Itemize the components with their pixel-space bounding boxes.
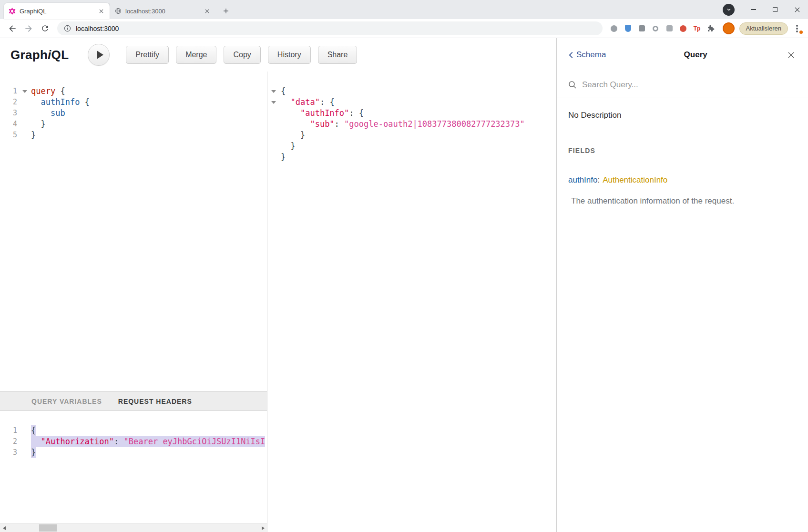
variables-titlebar: QUERY VARIABLESREQUEST HEADERS — [0, 391, 267, 411]
url-text: localhost:3000 — [76, 25, 119, 32]
code-line: "authInfo": { — [268, 108, 556, 119]
docs-content: No Description FIELDS authInfo:Authentic… — [557, 98, 808, 218]
puzzle-icon[interactable] — [704, 21, 718, 35]
window-controls — [723, 0, 808, 19]
scroll-left-icon[interactable] — [0, 524, 8, 532]
code-line: 3 sub — [0, 108, 267, 119]
type-description: No Description — [568, 111, 797, 120]
tab-close-icon[interactable] — [97, 7, 105, 15]
tab-query-variables[interactable]: QUERY VARIABLES — [31, 398, 102, 405]
browser-window: GraphiQL localhost:3000 — [0, 0, 808, 532]
docs-search-input[interactable] — [582, 80, 797, 90]
execute-button[interactable] — [88, 44, 110, 66]
graphiql-topbar: GraphiQL PrettifyMergeCopyHistoryShare — [0, 38, 556, 72]
graphiql-app: GraphiQL PrettifyMergeCopyHistoryShare 1… — [0, 38, 808, 532]
toolbar-button-merge[interactable]: Merge — [176, 46, 216, 64]
query-editor[interactable]: 1query {2 authInfo {3 sub4 }5} — [0, 72, 267, 391]
code-line: "sub": "google-oauth2|108377380082777232… — [268, 119, 556, 130]
code-line: 2 authInfo { — [0, 97, 267, 108]
toolbar-button-share[interactable]: Share — [318, 46, 358, 64]
close-icon — [788, 51, 795, 59]
docs-search — [557, 72, 808, 98]
browser-tabstrip: GraphiQL localhost:3000 — [0, 0, 808, 19]
result-viewer: { "data": { "authInfo": { "sub": "google… — [268, 72, 556, 532]
code-line: 5} — [0, 130, 267, 141]
update-button[interactable]: Aktualisieren — [739, 22, 788, 35]
result-pane[interactable]: { "data": { "authInfo": { "sub": "google… — [268, 72, 556, 532]
query-pane: 1query {2 authInfo {3 sub4 }5} QUERY VAR… — [0, 72, 267, 532]
line-number: 2 — [0, 436, 21, 447]
horizontal-scrollbar[interactable] — [0, 523, 267, 532]
ring-icon[interactable] — [649, 21, 663, 35]
toolbar-button-history[interactable]: History — [268, 46, 311, 64]
graphiql-toolbar-buttons: PrettifyMergeCopyHistoryShare — [126, 46, 357, 64]
graphiql-logo: GraphiQL — [10, 48, 69, 62]
reload-button[interactable] — [37, 21, 52, 36]
address-bar[interactable]: localhost:3000 — [57, 21, 603, 35]
code-line: "data": { — [268, 97, 556, 108]
reload-icon — [41, 24, 50, 33]
code-line: } — [268, 152, 556, 163]
line-number: 3 — [0, 108, 21, 119]
scroll-right-icon[interactable] — [259, 524, 267, 532]
fold-caret-icon[interactable] — [22, 90, 27, 93]
toolbar-button-copy[interactable]: Copy — [224, 46, 260, 64]
line-number: 3 — [0, 447, 21, 458]
tab-title: GraphiQL — [20, 8, 93, 15]
graphiql-workspace: 1query {2 authInfo {3 sub4 }5} QUERY VAR… — [0, 72, 556, 532]
code-line: { — [268, 86, 556, 97]
tab-localhost[interactable]: localhost:3000 — [110, 3, 215, 19]
tampermonkey-icon[interactable]: Tp — [690, 21, 704, 35]
forward-button[interactable] — [21, 21, 36, 36]
badge-icon[interactable] — [607, 21, 621, 35]
request-headers-editor[interactable]: 1{2 "Authorization": "Bearer eyJhbGciOiJ… — [0, 411, 267, 523]
code-line: } — [268, 130, 556, 141]
tab-close-icon[interactable] — [203, 7, 211, 15]
line-number: 5 — [0, 130, 21, 141]
type-name-link[interactable]: AuthenticationInfo — [603, 175, 667, 184]
fold-caret-icon[interactable] — [271, 101, 276, 104]
play-icon — [97, 51, 103, 59]
shield-icon[interactable] — [621, 21, 635, 35]
toolbar-button-prettify[interactable]: Prettify — [126, 46, 169, 64]
fields-section-header: FIELDS — [568, 147, 797, 154]
field-description: The authentication information of the re… — [568, 196, 797, 206]
back-arrow-icon — [8, 24, 17, 33]
new-tab-button[interactable] — [219, 4, 233, 18]
code-line: } — [268, 141, 556, 152]
update-notification-dot — [799, 31, 803, 34]
maximize-button[interactable] — [764, 0, 786, 19]
kebab-menu-icon — [796, 28, 798, 30]
docs-title: Query — [606, 50, 785, 60]
docs-back-link[interactable]: Schema — [568, 50, 606, 60]
code-line: 2 "Authorization": "Bearer eyJhbGciOiJSU… — [0, 436, 267, 447]
search-icon — [568, 81, 577, 89]
scrollbar-thumb[interactable] — [39, 524, 57, 532]
field-name-link[interactable]: authInfo — [568, 175, 597, 184]
tab-request-headers[interactable]: REQUEST HEADERS — [118, 398, 192, 405]
browser-toolbar: localhost:3000 Tp Aktualisieren — [0, 19, 808, 38]
code-line: 4 } — [0, 119, 267, 130]
tab-title: localhost:3000 — [125, 8, 199, 15]
docs-header: Schema Query — [557, 38, 808, 72]
code-line: 3} — [0, 447, 267, 458]
back-button[interactable] — [5, 21, 20, 36]
close-window-button[interactable] — [786, 0, 808, 19]
tab-search-button[interactable] — [723, 4, 735, 16]
code-line: 1{ — [0, 425, 267, 436]
fold-caret-icon[interactable] — [271, 90, 276, 93]
docs-close-button[interactable] — [785, 49, 797, 61]
close-icon — [795, 7, 800, 12]
profile-avatar[interactable] — [723, 22, 735, 34]
minimize-button[interactable] — [742, 0, 764, 19]
grid-icon[interactable] — [635, 21, 649, 35]
line-number: 2 — [0, 97, 21, 108]
colorful-icon[interactable] — [676, 21, 690, 35]
tab-graphiql[interactable]: GraphiQL — [4, 3, 110, 19]
browser-menu-button[interactable] — [791, 21, 803, 36]
camera-icon[interactable] — [663, 21, 676, 35]
forward-arrow-icon — [24, 24, 33, 33]
globe-icon — [115, 8, 122, 14]
extensions-area: Tp — [607, 21, 718, 35]
site-info-icon[interactable] — [64, 25, 71, 32]
